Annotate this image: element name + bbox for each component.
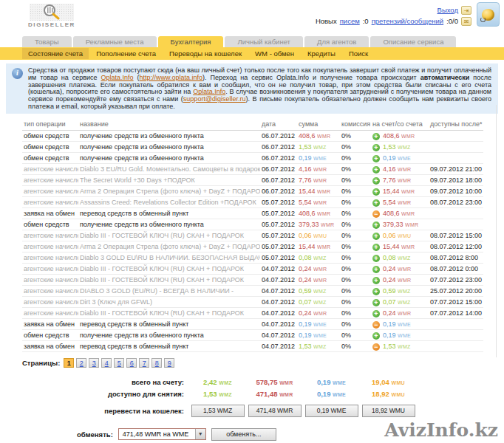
exchange-select[interactable]: 471,48 WMR на WME ▼ [118, 428, 206, 440]
page-1-button[interactable]: 1 [64, 358, 74, 368]
cell-sum: 379,33 WMR [297, 219, 340, 230]
logout-link[interactable]: Выход [437, 6, 458, 14]
envelope-icon[interactable]: ✉ [461, 17, 471, 26]
table-row: обмен средствполучение средств из обменн… [22, 152, 483, 163]
tab-service-description[interactable]: Описание сервиса [370, 36, 456, 47]
chevron-down-icon[interactable]: ▼ [195, 429, 205, 439]
cell-operation-type: обмен средств [22, 130, 78, 141]
available-label: доступно для снятия: [0, 390, 189, 398]
info-link[interactable]: Oplata.Info [101, 74, 134, 81]
claims-messages-link[interactable]: претензий/сообщений [372, 17, 444, 25]
cell-available-after: 08.07.2012 23:00 [429, 196, 483, 207]
plus-icon: + [372, 288, 380, 295]
page-3-button[interactable]: 3 [89, 358, 99, 368]
cell-date: 05.07.2012 [260, 241, 297, 252]
subtab-wallet-transfers[interactable]: Переводы на кошелек [163, 48, 248, 59]
cell-sum: 0,07 WMZ [297, 296, 340, 307]
cell-available-after: 09.07.2012 18:00 [429, 174, 483, 185]
cell-date: 04.07.2012 [260, 340, 297, 351]
col-operation-type: тип операции [22, 118, 78, 131]
cell-account: +15,44 WMR [371, 185, 429, 196]
plus-icon: + [372, 222, 380, 229]
cell-operation-type: агентские начисления [22, 263, 78, 274]
cell-name: Assassins Creed: Revelations Collector E… [78, 196, 260, 207]
cell-operation-type: агентские начисления [22, 307, 78, 318]
webmoney-logo[interactable] [477, 2, 500, 27]
subtab-wm-exchange[interactable]: WM - обмен [249, 48, 300, 59]
transfer-wmr-button[interactable]: 471,48 WMR [248, 405, 302, 417]
tab-accounting[interactable]: Бухгалтерия [158, 36, 224, 47]
new-mail-link[interactable]: писем [340, 17, 360, 25]
cell-name: Dirt 3 (Ключ для GFWL) [78, 296, 260, 307]
logout-door-icon[interactable]: ⇥ [461, 6, 471, 15]
plus-icon: + [372, 166, 380, 174]
page-5-button[interactable]: 5 [114, 358, 124, 368]
transfer-wmz-button[interactable]: 1,53 WMZ [191, 405, 245, 417]
cell-account: +0,24 WMR [371, 307, 429, 318]
cell-available-after [429, 130, 483, 141]
exchange-label: обменять: [77, 430, 113, 439]
plus-icon: + [372, 266, 380, 273]
cell-account: +0,24 WMR [371, 274, 429, 285]
cell-account: +0,06 WMU [371, 230, 429, 241]
page-6-button[interactable]: 6 [126, 358, 137, 368]
exchange-button[interactable]: обменять... [211, 428, 276, 441]
cell-date: 05.07.2012 [260, 252, 297, 263]
table-row: агентские начисленияArma 2 Операция Стре… [22, 241, 483, 252]
transfer-wme-button[interactable]: 0,19 WME [305, 405, 358, 417]
pages-label: Страницы: [22, 359, 60, 367]
cell-date: 05.07.2012 [260, 196, 297, 207]
cell-name: получение средств из обменного пункта [78, 329, 260, 340]
plus-icon: + [372, 199, 380, 207]
cell-commission: 0% [340, 152, 371, 163]
subtab-credits[interactable]: Кредиты [302, 48, 341, 59]
tab-ad-places[interactable]: Рекламные места [73, 36, 157, 47]
plus-icon: + [372, 177, 380, 185]
cell-available-after: 08.07.2012 15:00 [429, 230, 483, 241]
subtab-account-status[interactable]: Состояние счета [22, 48, 89, 59]
tab-personal-cabinet[interactable]: Личный кабинет [225, 36, 302, 47]
info-plain-text: ). Переход на сервис Oplata.Info и получ… [202, 74, 420, 81]
pagination: Страницы: 123456789 [22, 358, 504, 368]
page-7-button[interactable]: 7 [139, 358, 149, 368]
digiseller-logo[interactable]: DIGISELLER [24, 4, 80, 28]
page-2-button[interactable]: 2 [76, 358, 86, 368]
tab-goods[interactable]: Товары [22, 36, 72, 47]
available-wme: 0,19 WME [303, 390, 360, 398]
cell-available-after: 08.07.2012 0:00 [429, 263, 483, 274]
subtab-search[interactable]: Поиск [343, 48, 374, 59]
total-wmu: 19,04 WMU [360, 378, 417, 386]
header-links: Выход ⇥ Новых писем:0 претензий/сообщени… [316, 4, 471, 27]
subtab-top-up[interactable]: Пополнение счета [90, 48, 162, 59]
col-commission: комиссия [340, 118, 371, 131]
info-link[interactable]: http://www.oplata.info [140, 74, 203, 81]
total-row: всего на счету: 2,42 WMZ 578,75 WMR 0,19… [0, 377, 504, 388]
header: DIGISELLER Выход ⇥ Новых писем:0 претенз… [0, 0, 504, 34]
plus-icon: + [372, 133, 380, 140]
cell-commission: 0% [340, 207, 371, 219]
info-link[interactable]: Oplata.Info [193, 88, 225, 95]
cell-available-after [429, 219, 483, 230]
table-row: обмен средствполучение средств из обменн… [22, 329, 483, 340]
cell-commission: 0% [340, 252, 371, 263]
plus-icon: + [372, 310, 380, 317]
transfer-wmu-button[interactable]: 18,92 WMU [362, 405, 415, 417]
cell-name: получение средств из обменного пункта [78, 141, 260, 152]
cell-commission: 0% [340, 318, 371, 329]
cell-account: +0,19 WME [371, 329, 429, 340]
cell-available-after: 09.07.2012 21:00 [429, 163, 483, 174]
cell-account: +15,44 WMR [371, 241, 429, 252]
available-wmz: 1,53 WMZ [189, 390, 246, 398]
logo-text: DIGISELLER [24, 21, 80, 28]
page-9-button[interactable]: 9 [164, 358, 174, 368]
cell-commission: 0% [340, 219, 371, 230]
cell-operation-type: заявка на обмен [22, 318, 78, 329]
info-link[interactable]: support@digiseller.ru [183, 95, 246, 103]
cell-account: −408,6 WMR [371, 207, 429, 219]
page-8-button[interactable]: 8 [151, 358, 162, 368]
cell-sum: 7,76 WMR [297, 174, 340, 185]
tab-for-agents[interactable]: Для агентов [304, 36, 369, 47]
cell-commission: 0% [340, 329, 371, 340]
cell-commission: 0% [340, 274, 371, 285]
page-4-button[interactable]: 4 [101, 358, 112, 368]
